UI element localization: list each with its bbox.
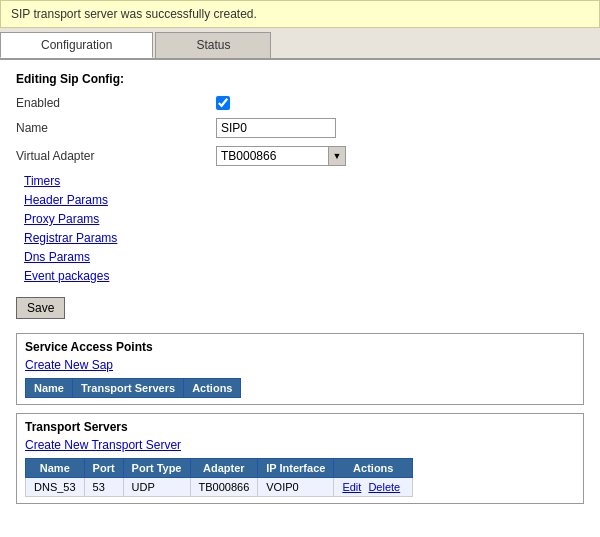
- main-content: Editing Sip Config: Enabled Name Virtual…: [0, 60, 600, 537]
- ts-row-adapter: TB000866: [190, 478, 258, 497]
- ts-col-name: Name: [26, 459, 85, 478]
- virtual-adapter-label: Virtual Adapter: [16, 149, 216, 163]
- sap-table-header-row: Name Transport Servers Actions: [26, 379, 241, 398]
- ts-row-port: 53: [84, 478, 123, 497]
- sap-col-transport-servers: Transport Servers: [72, 379, 183, 398]
- success-bar: SIP transport server was successfully cr…: [0, 0, 600, 28]
- ts-delete-link[interactable]: Delete: [368, 481, 400, 493]
- ts-row-port-type: UDP: [123, 478, 190, 497]
- event-packages-link[interactable]: Event packages: [24, 269, 584, 283]
- virtual-adapter-row: Virtual Adapter TB000866 ▼: [16, 146, 584, 166]
- ts-table-body: DNS_53 53 UDP TB000866 VOIP0 Edit Delete: [26, 478, 413, 497]
- create-new-sap-link[interactable]: Create New Sap: [25, 358, 575, 372]
- virtual-adapter-select[interactable]: TB000866: [216, 146, 346, 166]
- sap-col-name: Name: [26, 379, 73, 398]
- ts-col-ip-interface: IP Interface: [258, 459, 334, 478]
- param-links: Timers Header Params Proxy Params Regist…: [16, 174, 584, 283]
- ts-col-actions: Actions: [334, 459, 413, 478]
- sap-panel-title: Service Access Points: [25, 340, 575, 354]
- sap-table: Name Transport Servers Actions: [25, 378, 241, 398]
- registrar-params-link[interactable]: Registrar Params: [24, 231, 584, 245]
- transport-servers-table: Name Port Port Type Adapter IP Interface…: [25, 458, 413, 497]
- service-access-points-panel: Service Access Points Create New Sap Nam…: [16, 333, 584, 405]
- ts-col-adapter: Adapter: [190, 459, 258, 478]
- ts-row-actions: Edit Delete: [334, 478, 413, 497]
- proxy-params-link[interactable]: Proxy Params: [24, 212, 584, 226]
- ts-col-port-type: Port Type: [123, 459, 190, 478]
- table-row: DNS_53 53 UDP TB000866 VOIP0 Edit Delete: [26, 478, 413, 497]
- ts-edit-link[interactable]: Edit: [342, 481, 361, 493]
- sap-col-actions: Actions: [184, 379, 241, 398]
- name-label: Name: [16, 121, 216, 135]
- ts-col-port: Port: [84, 459, 123, 478]
- ts-row-name: DNS_53: [26, 478, 85, 497]
- ts-table-header-row: Name Port Port Type Adapter IP Interface…: [26, 459, 413, 478]
- ts-row-ip-interface: VOIP0: [258, 478, 334, 497]
- enabled-label: Enabled: [16, 96, 216, 110]
- ts-panel-title: Transport Servers: [25, 420, 575, 434]
- virtual-adapter-wrapper: TB000866 ▼: [216, 146, 346, 166]
- timers-link[interactable]: Timers: [24, 174, 584, 188]
- save-button[interactable]: Save: [16, 297, 65, 319]
- tab-status[interactable]: Status: [155, 32, 271, 58]
- enabled-row: Enabled: [16, 96, 584, 110]
- enabled-checkbox[interactable]: [216, 96, 230, 110]
- name-row: Name: [16, 118, 584, 138]
- success-message: SIP transport server was successfully cr…: [11, 7, 257, 21]
- save-row: Save: [16, 291, 584, 325]
- form-section-title: Editing Sip Config:: [16, 72, 584, 86]
- create-new-transport-server-link[interactable]: Create New Transport Server: [25, 438, 575, 452]
- name-input[interactable]: [216, 118, 336, 138]
- header-params-link[interactable]: Header Params: [24, 193, 584, 207]
- tab-bar: Configuration Status: [0, 28, 600, 60]
- tab-configuration[interactable]: Configuration: [0, 32, 153, 58]
- dns-params-link[interactable]: Dns Params: [24, 250, 584, 264]
- transport-servers-panel: Transport Servers Create New Transport S…: [16, 413, 584, 504]
